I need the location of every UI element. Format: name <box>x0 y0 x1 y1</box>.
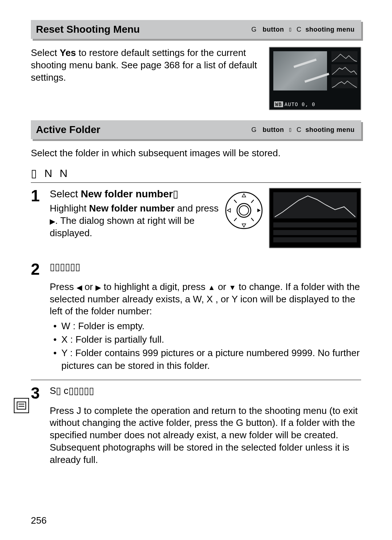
wb-badge: WB <box>274 101 283 107</box>
page-number: 256 <box>31 515 46 526</box>
step-heading-garbled: ▯▯▯▯▯▯ <box>50 261 361 273</box>
step-number: 1 <box>31 188 45 204</box>
right-arrow-icon <box>50 214 55 227</box>
svg-marker-3 <box>242 194 246 197</box>
reset-description: Select Yes to restore default settings f… <box>31 47 262 84</box>
step-subtext: Highlight New folder number and press . … <box>50 202 219 239</box>
text: or <box>82 281 96 292</box>
folder-icon-list: W : Folder is empty. X : Folder is parti… <box>50 320 361 372</box>
step-heading-garbled: S▯ c▯▯▯▯▯ <box>50 385 361 396</box>
crumb-glyph: G <box>251 26 257 33</box>
camera-screen-thumb-2 <box>269 188 361 248</box>
divider <box>31 380 361 380</box>
svg-line-10 <box>251 218 254 221</box>
step-number: 2 <box>31 261 45 277</box>
step-2-body: Press or to highlight a digit, press or … <box>31 281 361 372</box>
list-item: W : Folder is empty. <box>51 320 361 333</box>
step-3-body: Press J to complete the operation and re… <box>31 405 361 466</box>
crumb-button-word: button <box>262 126 284 133</box>
step-heading: Select New folder number▯ <box>50 188 219 200</box>
svg-point-0 <box>226 192 262 229</box>
crumb-glyph: G <box>251 126 257 133</box>
down-arrow-icon <box>229 281 236 293</box>
divider <box>31 182 361 183</box>
text: to highlight a digit, press <box>101 281 208 292</box>
svg-line-9 <box>234 218 237 221</box>
histogram-icon <box>331 64 358 75</box>
section-bar-reset: Reset Shooting Menu G button ▯ C shootin… <box>31 20 361 39</box>
thumb-caption: WBAUTO 0, 0 <box>274 101 315 107</box>
text: and press <box>175 203 219 214</box>
garbled-subheading: ▯ N N <box>31 167 361 180</box>
crumb-menu-glyph: C <box>297 126 302 133</box>
preview-image <box>273 51 327 90</box>
section-title: Reset Shooting Menu <box>36 24 140 35</box>
crumb-menu-word: shooting menu <box>306 26 355 33</box>
text: Select <box>31 47 60 58</box>
left-arrow-icon <box>77 281 82 293</box>
text: Select <box>50 188 81 200</box>
arrow-icon: ▯ <box>289 27 292 32</box>
multiselector-icon <box>224 190 264 231</box>
section-breadcrumb: G button ▯ C shooting menu <box>251 126 355 134</box>
crumb-button-word: button <box>262 26 284 33</box>
svg-line-7 <box>234 200 237 203</box>
svg-point-2 <box>239 206 249 215</box>
svg-marker-4 <box>242 224 246 227</box>
list-item: Y : Folder contains 999 pictures or a pi… <box>51 347 361 372</box>
histogram-icon <box>273 192 357 218</box>
section-breadcrumb: G button ▯ C shooting menu <box>251 26 355 33</box>
text: or <box>215 281 229 292</box>
arrow-icon: ▯ <box>289 127 292 132</box>
menu-tab-icon <box>14 398 29 413</box>
histogram-icon <box>331 77 358 88</box>
bold-text: New folder number <box>81 188 173 200</box>
svg-marker-6 <box>257 209 261 212</box>
text: Press <box>50 281 77 292</box>
manual-page: Reset Shooting Menu G button ▯ C shootin… <box>0 0 392 540</box>
list-item: X : Folder is partially full. <box>51 333 361 346</box>
svg-marker-5 <box>227 209 230 212</box>
section-title: Active Folder <box>36 124 100 136</box>
step-3: 3 S▯ c▯▯▯▯▯ <box>31 385 361 401</box>
up-arrow-icon <box>208 281 215 293</box>
caption-text: AUTO 0, 0 <box>285 101 315 107</box>
yes-bold: Yes <box>60 47 76 58</box>
text: ▯ <box>173 188 178 200</box>
bold-text: New folder number <box>89 203 174 214</box>
camera-screen-thumb-1: WBAUTO 0, 0 <box>269 47 361 110</box>
right-arrow-icon <box>95 281 101 293</box>
step-1: 1 Select New folder number▯ Highlight Ne… <box>31 188 361 248</box>
reset-row: Select Yes to restore default settings f… <box>31 47 361 110</box>
input-bars <box>273 221 357 244</box>
step-2: 2 ▯▯▯▯▯▯ <box>31 261 361 277</box>
text: Highlight <box>50 203 89 214</box>
step-number: 3 <box>31 385 45 401</box>
histogram-icon <box>331 51 358 62</box>
crumb-menu-word: shooting menu <box>306 126 355 133</box>
active-folder-description: Select the folder in which subsequent im… <box>31 147 361 160</box>
section-bar-active-folder: Active Folder G button ▯ C shooting menu <box>31 120 361 139</box>
svg-line-8 <box>251 200 254 203</box>
crumb-menu-glyph: C <box>297 26 302 33</box>
text: . The dialog shown at right will be disp… <box>50 215 195 238</box>
